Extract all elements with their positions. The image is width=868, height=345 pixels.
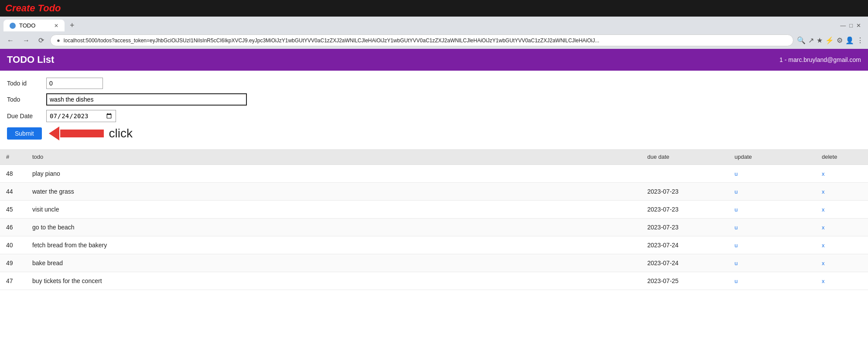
cell-todo: water the grass — [26, 183, 641, 201]
delete-link[interactable]: x — [822, 206, 825, 213]
update-link[interactable]: u — [735, 206, 738, 213]
address-bar-row: ← → ⟳ ● localhost:5000/todos?access_toke… — [0, 32, 868, 49]
update-link[interactable]: u — [735, 188, 738, 195]
extensions-button[interactable]: ⚡ — [825, 36, 834, 44]
cell-todo: visit uncle — [26, 201, 641, 219]
cell-id: 40 — [0, 236, 26, 254]
cell-todo: buy tickets for the concert — [26, 272, 641, 290]
submit-row: Submit click — [7, 126, 861, 140]
col-header-todo: todo — [26, 149, 641, 165]
cell-todo: play piano — [26, 165, 641, 183]
minimize-button[interactable]: — — [840, 22, 846, 29]
todo-table: # todo due date update delete 48 play pi… — [0, 149, 868, 290]
menu-button[interactable]: ⋮ — [857, 36, 864, 44]
delete-link[interactable]: x — [822, 260, 825, 266]
profile-button[interactable]: 👤 — [845, 36, 854, 44]
update-link[interactable]: u — [735, 278, 738, 284]
cell-id: 47 — [0, 272, 26, 290]
due-date-label: Due Date — [7, 113, 42, 120]
browser-chrome: TODO ✕ + — □ ✕ ← → ⟳ ● localhost:5000/to… — [0, 17, 868, 49]
cell-duedate: 2023-07-25 — [641, 272, 728, 290]
tab-close-button[interactable]: ✕ — [54, 23, 58, 29]
table-row: 48 play piano u x — [0, 165, 868, 183]
table-header-row: # todo due date update delete — [0, 149, 868, 165]
cell-update: u — [728, 219, 816, 236]
click-indicator: click — [49, 126, 133, 140]
delete-link[interactable]: x — [822, 278, 825, 284]
user-info: 1 - marc.bruyland@gmail.com — [779, 56, 861, 63]
delete-link[interactable]: x — [822, 242, 825, 249]
tab-label: TODO — [19, 22, 35, 29]
cell-delete: x — [816, 219, 868, 236]
delete-link[interactable]: x — [822, 188, 825, 195]
back-button[interactable]: ← — [4, 36, 17, 45]
cell-update: u — [728, 254, 816, 272]
table-row: 49 bake bread 2023-07-24 u x — [0, 254, 868, 272]
arrow-head — [49, 126, 59, 140]
col-header-delete: delete — [816, 149, 868, 165]
cell-id: 49 — [0, 254, 26, 272]
due-date-input[interactable] — [46, 110, 116, 122]
close-window-button[interactable]: ✕ — [856, 22, 861, 29]
delete-link[interactable]: x — [822, 171, 825, 177]
forward-button[interactable]: → — [20, 36, 32, 45]
click-label: click — [109, 126, 133, 140]
col-header-duedate: due date — [641, 149, 728, 165]
cell-delete: x — [816, 165, 868, 183]
cell-duedate — [641, 165, 728, 183]
table-row: 40 fetch bread from the bakery 2023-07-2… — [0, 236, 868, 254]
todo-text-label: Todo — [7, 96, 42, 103]
red-arrow — [49, 126, 104, 140]
cell-delete: x — [816, 254, 868, 272]
update-link[interactable]: u — [735, 171, 738, 177]
cell-duedate: 2023-07-23 — [641, 183, 728, 201]
cell-duedate: 2023-07-23 — [641, 219, 728, 236]
zoom-button[interactable]: 🔍 — [797, 36, 806, 44]
app-title: Create Todo — [5, 3, 61, 14]
cell-duedate: 2023-07-23 — [641, 201, 728, 219]
update-link[interactable]: u — [735, 242, 738, 249]
maximize-button[interactable]: □ — [849, 22, 853, 29]
browser-actions: 🔍 ↗ ★ ⚡ ⚙ 👤 ⋮ — [797, 36, 864, 44]
delete-link[interactable]: x — [822, 224, 825, 231]
reload-button[interactable]: ⟳ — [36, 35, 47, 45]
tab-bar: TODO ✕ + — □ ✕ — [0, 17, 868, 32]
new-tab-button[interactable]: + — [66, 19, 78, 32]
update-link[interactable]: u — [735, 260, 738, 266]
bookmark-button[interactable]: ★ — [817, 36, 823, 44]
cell-update: u — [728, 165, 816, 183]
due-date-row: Due Date — [7, 110, 861, 122]
browser-tab[interactable]: TODO ✕ — [3, 20, 65, 31]
app-header: TODO List 1 - marc.bruyland@gmail.com — [0, 49, 868, 71]
col-header-update: update — [728, 149, 816, 165]
cell-delete: x — [816, 272, 868, 290]
cell-delete: x — [816, 201, 868, 219]
cell-id: 46 — [0, 219, 26, 236]
todo-text-input[interactable] — [46, 93, 247, 106]
todo-id-row: Todo id — [7, 78, 861, 89]
table-row: 46 go to the beach 2023-07-23 u x — [0, 219, 868, 236]
todo-id-label: Todo id — [7, 80, 42, 87]
table-row: 44 water the grass 2023-07-23 u x — [0, 183, 868, 201]
window-controls: — □ ✕ — [840, 22, 865, 29]
todo-text-row: Todo — [7, 93, 861, 106]
address-bar[interactable]: ● localhost:5000/todos?access_token=eyJh… — [50, 34, 793, 46]
cell-duedate: 2023-07-24 — [641, 236, 728, 254]
table-body: 48 play piano u x 44 water the grass 202… — [0, 165, 868, 290]
cell-update: u — [728, 272, 816, 290]
cell-todo: fetch bread from the bakery — [26, 236, 641, 254]
submit-button[interactable]: Submit — [7, 127, 42, 140]
update-link[interactable]: u — [735, 224, 738, 231]
puzzle-button[interactable]: ⚙ — [837, 36, 843, 44]
cell-delete: x — [816, 183, 868, 201]
cell-delete: x — [816, 236, 868, 254]
cell-todo: go to the beach — [26, 219, 641, 236]
todo-id-input[interactable] — [46, 78, 103, 89]
page-title: TODO List — [7, 54, 54, 65]
app-top-bar: Create Todo — [0, 0, 868, 17]
arrow-body — [60, 130, 104, 137]
share-button[interactable]: ↗ — [808, 36, 814, 44]
cell-duedate: 2023-07-24 — [641, 254, 728, 272]
table-row: 47 buy tickets for the concert 2023-07-2… — [0, 272, 868, 290]
cell-update: u — [728, 236, 816, 254]
